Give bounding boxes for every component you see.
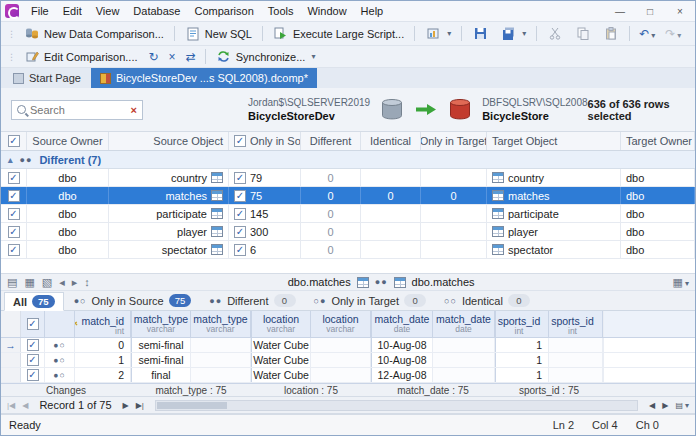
search-input[interactable]: [30, 104, 127, 116]
col-only-in-target[interactable]: Only in Target: [421, 132, 487, 150]
grid-view-icon[interactable]: ▦: [23, 276, 35, 289]
col-match-type-target[interactable]: match_typevarchar: [191, 311, 251, 337]
col-match-date-source[interactable]: match_datedate: [371, 311, 433, 337]
col-target-object[interactable]: Target Object: [487, 132, 621, 150]
target-object-cell[interactable]: player: [487, 223, 621, 240]
swap-source-target-button[interactable]: ⇄: [182, 49, 200, 65]
match-date-target-cell[interactable]: [433, 353, 495, 367]
group-row-different[interactable]: ▴ ●● Different (7): [1, 151, 695, 169]
sports-id-source-cell[interactable]: 1: [495, 338, 549, 352]
sports-id-target-cell[interactable]: [549, 338, 603, 352]
table-row-selected[interactable]: dbo matches 75 0 0 0 matches dbo: [1, 187, 695, 205]
table-row[interactable]: dbo player 300 0 player dbo: [1, 223, 695, 241]
copy-button[interactable]: [570, 24, 596, 43]
table-row[interactable]: dbo country 79 0 country dbo: [1, 169, 695, 187]
match-id-cell[interactable]: 0: [75, 338, 131, 352]
sports-id-source-cell[interactable]: 1: [495, 368, 549, 382]
paste-button[interactable]: [598, 24, 624, 43]
select-all-records-cell[interactable]: [21, 311, 45, 337]
match-id-cell[interactable]: 1: [75, 353, 131, 367]
target-object-cell[interactable]: participate: [487, 205, 621, 222]
tab-only-in-source[interactable]: ●○ Only in Source 75: [66, 291, 200, 310]
record-checkbox-cell[interactable]: [21, 368, 45, 382]
checkbox-checked-icon[interactable]: [234, 244, 246, 256]
col-source-owner[interactable]: Source Owner: [27, 132, 109, 150]
minimize-button[interactable]: —: [605, 1, 635, 21]
match-type-target-cell[interactable]: [191, 338, 251, 352]
match-date-source-cell[interactable]: 12-Aug-08: [371, 368, 433, 382]
tab-start-page[interactable]: Start Page: [4, 68, 90, 88]
checkbox-checked-icon[interactable]: [8, 244, 20, 256]
menu-file[interactable]: File: [24, 3, 56, 19]
target-object-cell[interactable]: matches: [487, 187, 621, 204]
last-record-button[interactable]: ▶|: [134, 401, 146, 410]
next-change-icon[interactable]: ▸: [71, 276, 79, 289]
source-object-cell[interactable]: spectator: [109, 241, 229, 258]
horizontal-scrollbar[interactable]: [155, 400, 638, 411]
row-checkbox-cell[interactable]: [1, 223, 27, 240]
filter-icon[interactable]: ▧: [41, 276, 53, 289]
checkbox-checked-icon[interactable]: [234, 135, 246, 147]
menu-edit[interactable]: Edit: [56, 3, 89, 19]
location-source-cell[interactable]: Water Cube: [251, 338, 311, 352]
source-object-cell[interactable]: country: [109, 169, 229, 186]
search-clear-icon[interactable]: ×: [131, 104, 137, 116]
menu-database[interactable]: Database: [126, 3, 187, 19]
location-target-cell[interactable]: [311, 368, 371, 382]
only-in-source-cell[interactable]: 79: [229, 169, 301, 186]
table-row[interactable]: dbo spectator 6 0 spectator dbo: [1, 241, 695, 259]
location-source-cell[interactable]: Water Cube: [251, 368, 311, 382]
menu-help[interactable]: Help: [354, 3, 391, 19]
maximize-button[interactable]: □: [635, 1, 665, 21]
match-date-source-cell[interactable]: 10-Aug-08: [371, 353, 433, 367]
expand-collapse-icon[interactable]: ↕: [83, 276, 91, 288]
menu-view[interactable]: View: [89, 3, 127, 19]
previous-record-button[interactable]: ◀: [20, 401, 30, 410]
row-checkbox-cell[interactable]: [1, 205, 27, 222]
execute-large-script-button[interactable]: Execute Large Script...: [268, 24, 409, 43]
tab-identical[interactable]: ○○ Identical 0: [436, 291, 538, 310]
record-checkbox-cell[interactable]: [21, 338, 45, 352]
new-data-comparison-button[interactable]: New Data Comparison...: [19, 24, 169, 43]
only-in-source-cell[interactable]: 145: [229, 205, 301, 222]
col-location-target[interactable]: locationvarchar: [311, 311, 371, 337]
record-row[interactable]: ●○ 2 final Water Cube 12-Aug-08 1: [1, 368, 695, 383]
previous-change-icon[interactable]: ◂: [58, 276, 66, 289]
undo-button[interactable]: ↶: [635, 26, 659, 42]
source-object-cell[interactable]: matches: [109, 187, 229, 204]
col-different[interactable]: Different: [301, 132, 361, 150]
col-target-owner[interactable]: Target Owner: [621, 132, 695, 150]
location-target-cell[interactable]: [311, 353, 371, 367]
only-in-source-cell[interactable]: 300: [229, 223, 301, 240]
grid-options-icon[interactable]: ▦: [672, 276, 690, 289]
sports-id-target-cell[interactable]: [549, 353, 603, 367]
checkbox-checked-icon[interactable]: [8, 190, 20, 202]
tab-all[interactable]: All 75: [4, 292, 64, 311]
col-sports-id-target[interactable]: sports_idint: [549, 311, 603, 337]
refresh-button[interactable]: ↻: [145, 49, 163, 65]
save-all-button[interactable]: [495, 24, 531, 43]
row-checkbox-cell[interactable]: [1, 169, 27, 186]
redo-button[interactable]: ↷: [661, 26, 685, 42]
collapse-arrow-icon[interactable]: ▴: [8, 155, 13, 165]
row-checkbox-cell[interactable]: [1, 187, 27, 204]
comparison-report-button[interactable]: [420, 24, 456, 43]
col-source-object[interactable]: Source Object: [109, 132, 229, 150]
match-id-cell[interactable]: 2: [75, 368, 131, 382]
col-match-id[interactable]: match_id int: [75, 311, 131, 337]
row-checkbox-cell[interactable]: [1, 241, 27, 258]
table-row[interactable]: dbo participate 145 0 participate dbo: [1, 205, 695, 223]
next-record-button[interactable]: ▶: [121, 401, 131, 410]
match-date-target-cell[interactable]: [433, 368, 495, 382]
match-type-target-cell[interactable]: [191, 353, 251, 367]
edit-comparison-button[interactable]: Edit Comparison....: [19, 47, 143, 66]
navigator-menu-button[interactable]: ▤: [673, 401, 691, 410]
menu-comparison[interactable]: Comparison: [187, 3, 260, 19]
scroll-right-button[interactable]: ▶: [660, 401, 670, 410]
source-object-cell[interactable]: player: [109, 223, 229, 240]
sports-id-target-cell[interactable]: [549, 368, 603, 382]
match-type-source-cell[interactable]: semi-final: [131, 338, 191, 352]
checkbox-checked-icon[interactable]: [27, 318, 39, 330]
menu-window[interactable]: Window: [300, 3, 353, 19]
checkbox-checked-icon[interactable]: [27, 339, 39, 351]
